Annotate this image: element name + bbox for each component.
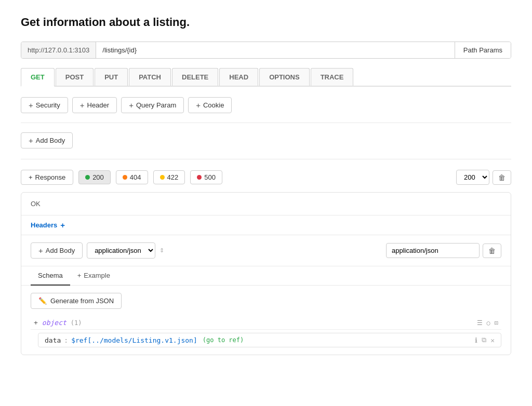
content-type-input[interactable]: [386, 243, 480, 258]
schema-content: ✏️ Generate from JSON + object (1) ☰ ○ ⊡: [21, 286, 511, 355]
plus-icon: +: [80, 101, 85, 110]
add-body-response-button[interactable]: + Add Body: [31, 242, 83, 259]
headers-plus-icon[interactable]: +: [60, 221, 65, 229]
tab-trace[interactable]: TRACE: [311, 68, 354, 86]
info-icon[interactable]: ℹ: [475, 336, 477, 344]
response-body-content-row: + Add Body application/json text/plain t…: [21, 235, 511, 266]
schema-section: Schema + Example ✏️ Generate from JSON +…: [21, 266, 511, 355]
response-label: Response: [35, 173, 66, 181]
plus-icon: +: [77, 272, 82, 279]
copy-icon[interactable]: ⧉: [482, 336, 486, 344]
close-icon[interactable]: ✕: [490, 336, 495, 344]
dot-orange-icon: [123, 175, 127, 180]
add-header-button[interactable]: + Header: [72, 97, 117, 113]
add-body-row: + Add Body: [21, 132, 511, 159]
schema-data-row: data : $ref[../models/Listing.v1.json] (…: [38, 333, 501, 347]
plus-icon: +: [38, 246, 43, 255]
tab-delete[interactable]: DELETE: [172, 68, 218, 86]
object-type-label: object: [42, 319, 66, 327]
response-controls-right: 200 404 422 500 🗑: [456, 170, 511, 185]
schema-tree-icons: ☰ ○ ⊡: [477, 319, 498, 327]
plus-icon: +: [29, 173, 33, 181]
badge-422-label: 422: [167, 173, 179, 181]
cookie-label: Cookie: [203, 101, 224, 109]
url-base: http://127.0.0.1:3103: [21, 42, 96, 58]
badge-500-label: 500: [204, 173, 216, 181]
schema-go-to-ref-link[interactable]: (go to ref): [203, 336, 244, 344]
schema-ref-link[interactable]: $ref[../models/Listing.v1.json]: [71, 336, 197, 344]
schema-tabs: Schema + Example: [21, 266, 511, 286]
schema-data-icons: ℹ ⧉ ✕: [475, 336, 495, 344]
tab-put[interactable]: PUT: [95, 68, 128, 86]
security-label: Security: [36, 101, 60, 109]
generate-icon: ✏️: [38, 297, 47, 305]
badge-404-label: 404: [130, 173, 141, 181]
dot-yellow-icon: [160, 175, 165, 180]
plus-icon: +: [129, 101, 134, 110]
header-label: Header: [87, 101, 110, 109]
content-type-select[interactable]: application/json text/plain text/html: [87, 242, 155, 259]
object-count: (1): [71, 319, 82, 327]
response-badge-422[interactable]: 422: [153, 170, 185, 184]
query-param-label: Query Param: [136, 101, 176, 109]
badge-200-label: 200: [92, 173, 104, 181]
add-cookie-button[interactable]: + Cookie: [188, 97, 232, 113]
schema-colon: :: [64, 336, 68, 344]
headers-text: Headers: [31, 221, 57, 229]
add-query-param-button[interactable]: + Query Param: [121, 97, 184, 113]
content-type-right: 🗑: [386, 243, 501, 258]
add-body-response-label: Add Body: [46, 247, 75, 254]
list-icon[interactable]: ☰: [477, 319, 483, 327]
delete-response-button[interactable]: 🗑: [493, 170, 511, 185]
response-header: + Response 200 404 422 500 200 404 422 5…: [21, 170, 511, 185]
dot-red-icon: [197, 175, 202, 180]
add-body-label: Add Body: [36, 137, 65, 144]
response-code-select[interactable]: 200 404 422 500: [456, 170, 489, 185]
dot-green-icon: [85, 175, 90, 180]
plus-icon: +: [196, 101, 201, 110]
add-body-button[interactable]: + Add Body: [21, 132, 73, 148]
response-status-text: OK: [21, 193, 511, 215]
grid-icon[interactable]: ⊡: [495, 319, 498, 327]
plus-icon: +: [29, 136, 33, 145]
radio-icon[interactable]: ○: [487, 319, 490, 327]
tab-get[interactable]: GET: [21, 68, 55, 87]
response-body-card: OK Headers + + Add Body application/json…: [21, 192, 511, 355]
tab-patch[interactable]: PATCH: [129, 68, 171, 86]
path-params-button[interactable]: Path Params: [455, 42, 511, 58]
add-security-button[interactable]: + Security: [21, 97, 68, 113]
tab-post[interactable]: POST: [56, 68, 94, 86]
response-section: + Response 200 404 422 500 200 404 422 5…: [21, 170, 511, 355]
headers-toggle[interactable]: Headers +: [31, 221, 65, 229]
add-buttons-row: + Security + Header + Query Param + Cook…: [21, 97, 511, 123]
schema-tree: + object (1) ☰ ○ ⊡ data : $ref[../mode: [31, 316, 501, 347]
expand-object-icon[interactable]: +: [34, 319, 38, 327]
generate-from-json-button[interactable]: ✏️ Generate from JSON: [31, 293, 122, 309]
chevron-icon: ⇕: [159, 247, 164, 254]
tab-head[interactable]: HEAD: [219, 68, 258, 86]
tab-options[interactable]: OPTIONS: [259, 68, 310, 86]
page-title: Get information about a listing.: [21, 16, 511, 29]
schema-tree-header: + object (1) ☰ ○ ⊡: [31, 316, 501, 330]
url-path-input[interactable]: [96, 42, 455, 58]
response-badge-500[interactable]: 500: [190, 170, 222, 184]
add-response-button[interactable]: + Response: [21, 170, 73, 185]
method-tabs: GET POST PUT PATCH DELETE HEAD OPTIONS T…: [21, 68, 511, 87]
schema-key-label: data: [45, 336, 61, 344]
example-tab-label: Example: [84, 272, 110, 279]
response-body-headers: Headers +: [21, 215, 511, 235]
url-bar: http://127.0.0.1:3103 Path Params: [21, 42, 511, 59]
tab-example[interactable]: + Example: [70, 266, 117, 286]
response-badge-404[interactable]: 404: [116, 170, 148, 184]
response-badge-200[interactable]: 200: [78, 170, 111, 184]
plus-icon: +: [29, 101, 33, 110]
generate-btn-label: Generate from JSON: [50, 297, 114, 305]
delete-content-type-button[interactable]: 🗑: [483, 243, 501, 258]
tab-schema[interactable]: Schema: [31, 266, 70, 286]
status-ok-label: OK: [31, 200, 41, 208]
